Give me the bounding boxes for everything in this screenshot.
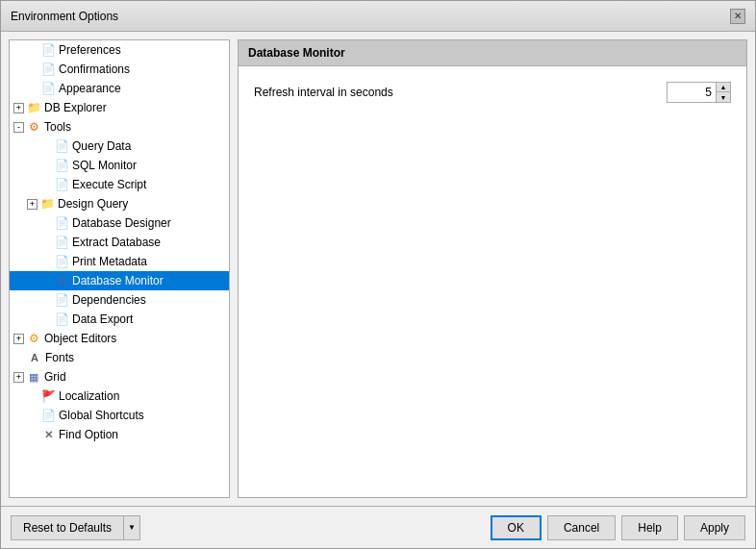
tree-item-execute-script[interactable]: 📄Execute Script — [10, 175, 229, 194]
tree-label-design-query: Design Query — [58, 197, 128, 211]
tree-item-find-option[interactable]: ✕Find Option — [10, 425, 229, 444]
refresh-interval-label: Refresh interval in seconds — [254, 86, 393, 99]
tree-expander-confirmations — [27, 62, 40, 76]
refresh-interval-spinner[interactable]: ▲ ▼ — [667, 82, 731, 103]
tree-expander-print-metadata — [40, 255, 54, 268]
tree-label-data-export: Data Export — [72, 312, 133, 326]
page-icon-appearance: 📄 — [40, 81, 56, 96]
page-icon-extract-database: 📄 — [54, 235, 69, 250]
tree-item-fonts[interactable]: AFonts — [10, 348, 229, 367]
help-button[interactable]: Help — [621, 515, 678, 540]
tree-item-object-editors[interactable]: +⚙Object Editors — [10, 329, 229, 348]
tree-expander-sql-monitor — [40, 159, 54, 172]
tree-expander-database-designer — [40, 216, 54, 230]
folder-icon-db-explorer: 📁 — [26, 100, 41, 115]
tree-expander-localization — [27, 389, 40, 403]
reset-defaults-split-button[interactable]: Reset to Defaults ▼ — [11, 515, 140, 540]
tree-label-appearance: Appearance — [59, 82, 121, 95]
spinner-down-button[interactable]: ▼ — [717, 92, 730, 102]
tree-label-localization: Localization — [59, 389, 119, 403]
page-icon-database-designer: 📄 — [54, 215, 69, 231]
folder-icon-design-query: 📁 — [39, 196, 55, 212]
right-panel-header: Database Monitor — [239, 40, 746, 66]
tree-label-preferences: Preferences — [59, 43, 121, 57]
tree-label-fonts: Fonts — [45, 351, 74, 364]
tree-item-localization[interactable]: 🚩Localization — [10, 387, 229, 406]
tree-item-dependencies[interactable]: 📄Dependencies — [10, 290, 229, 310]
tree-item-preferences[interactable]: 📄Preferences — [10, 40, 229, 60]
title-bar: Environment Options ✕ — [1, 1, 755, 32]
tree-expander-grid[interactable]: + — [13, 372, 24, 383]
tree-item-database-monitor[interactable]: 🖥Database Monitor — [10, 271, 229, 290]
tree-expander-db-explorer[interactable]: + — [13, 103, 24, 113]
gear-icon-tools: ⚙ — [26, 119, 41, 135]
tree-expander-preferences — [27, 43, 40, 57]
tree-item-db-explorer[interactable]: +📁DB Explorer — [10, 98, 229, 117]
tree-expander-database-monitor — [40, 274, 54, 287]
tree-expander-object-editors[interactable]: + — [13, 334, 24, 344]
grid-icon-grid: ▦ — [26, 369, 41, 385]
main-content: 📄Preferences📄Confirmations📄Appearance+📁D… — [1, 32, 755, 506]
tree-expander-appearance — [27, 82, 40, 95]
tree-label-sql-monitor: SQL Monitor — [72, 159, 137, 172]
page-icon-data-export: 📄 — [54, 312, 69, 327]
tree-item-grid[interactable]: +▦Grid — [10, 367, 229, 387]
page-icon-global-shortcuts: 📄 — [40, 408, 56, 423]
tree-item-print-metadata[interactable]: 📄Print Metadata — [10, 252, 229, 271]
tree-item-global-shortcuts[interactable]: 📄Global Shortcuts — [10, 406, 229, 425]
page-icon-print-metadata: 📄 — [54, 254, 69, 269]
tree-item-appearance[interactable]: 📄Appearance — [10, 79, 229, 98]
tree-expander-data-export — [40, 312, 54, 326]
cancel-button[interactable]: Cancel — [547, 515, 616, 540]
tree-expander-tools[interactable]: - — [13, 122, 24, 133]
tree-item-query-data[interactable]: 📄Query Data — [10, 137, 229, 156]
tree-expander-execute-script — [40, 178, 54, 191]
apply-button[interactable]: Apply — [684, 515, 745, 540]
right-panel-body: Refresh interval in seconds ▲ ▼ — [239, 66, 746, 497]
bottom-bar: Reset to Defaults ▼ OK Cancel Help Apply — [1, 506, 755, 548]
tree-item-tools[interactable]: -⚙Tools — [10, 117, 229, 137]
tree-label-extract-database: Extract Database — [72, 236, 161, 249]
tree-label-query-data: Query Data — [72, 139, 131, 153]
tree-panel: 📄Preferences📄Confirmations📄Appearance+📁D… — [9, 39, 230, 498]
page-icon-dependencies: 📄 — [54, 292, 69, 308]
flag-icon-localization: 🚩 — [40, 388, 56, 404]
tree-expander-fonts — [13, 351, 27, 364]
bottom-right: OK Cancel Help Apply — [491, 515, 745, 540]
tree-label-tools: Tools — [44, 120, 71, 134]
refresh-interval-input[interactable] — [668, 83, 716, 102]
tree-item-confirmations[interactable]: 📄Confirmations — [10, 60, 229, 79]
tree-label-db-explorer: DB Explorer — [44, 101, 107, 114]
tree-expander-extract-database — [40, 236, 54, 249]
tree-label-find-option: Find Option — [59, 428, 118, 441]
font-icon-fonts: A — [27, 350, 42, 365]
tree-expander-design-query[interactable]: + — [27, 199, 38, 210]
spinner-up-button[interactable]: ▲ — [717, 83, 730, 92]
tree-label-object-editors: Object Editors — [44, 332, 116, 345]
monitor-icon-database-monitor: 🖥 — [54, 273, 69, 288]
tree-item-data-export[interactable]: 📄Data Export — [10, 310, 229, 329]
ok-button[interactable]: OK — [491, 515, 542, 540]
tree-item-design-query[interactable]: +📁Design Query — [10, 194, 229, 213]
tree-label-grid: Grid — [44, 370, 66, 384]
refresh-interval-row: Refresh interval in seconds ▲ ▼ — [254, 82, 731, 103]
tree-item-extract-database[interactable]: 📄Extract Database — [10, 233, 229, 252]
find-icon-find-option: ✕ — [40, 427, 56, 442]
tree-label-execute-script: Execute Script — [72, 178, 146, 191]
reset-defaults-button[interactable]: Reset to Defaults — [11, 515, 123, 540]
reset-defaults-arrow[interactable]: ▼ — [123, 515, 140, 540]
tree-label-print-metadata: Print Metadata — [72, 255, 147, 268]
tree-expander-dependencies — [40, 293, 54, 307]
page-icon-query-data: 📄 — [54, 138, 69, 154]
window-title: Environment Options — [11, 10, 118, 23]
spinner-buttons: ▲ ▼ — [716, 83, 730, 102]
tree-item-sql-monitor[interactable]: 📄SQL Monitor — [10, 156, 229, 175]
environment-options-window: Environment Options ✕ 📄Preferences📄Confi… — [0, 0, 756, 549]
obj-icon-object-editors: ⚙ — [26, 331, 41, 346]
tree-label-database-designer: Database Designer — [72, 216, 171, 230]
tree-label-confirmations: Confirmations — [59, 62, 130, 76]
bottom-left: Reset to Defaults ▼ — [11, 515, 140, 540]
tree-item-database-designer[interactable]: 📄Database Designer — [10, 213, 229, 233]
page-icon-preferences: 📄 — [40, 42, 56, 58]
close-button[interactable]: ✕ — [730, 9, 745, 24]
